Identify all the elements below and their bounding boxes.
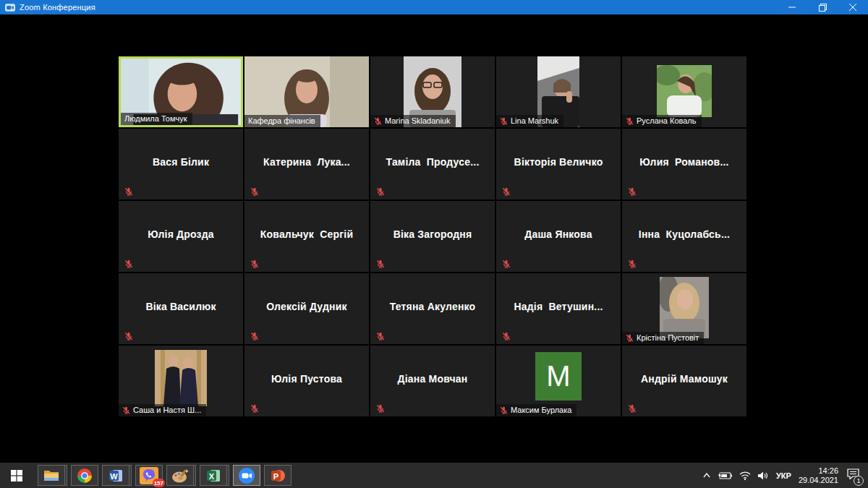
participant-name: Тетяна Акуленко [370,273,495,340]
mic-muted-icon [502,332,511,341]
participant-name: Андрій Мамошук [622,346,746,412]
taskbar-app-google-chrome[interactable] [71,465,98,486]
mic-muted-icon [376,332,385,341]
avatar-letter: M [535,352,582,401]
participant-photo [155,350,207,406]
close-button[interactable] [838,0,868,14]
mic-muted-icon [626,117,634,125]
mic-muted-icon [124,260,133,268]
powerpoint-icon: P [271,468,285,483]
mic-muted-icon [250,332,259,341]
taskbar-app-zoom[interactable] [233,465,260,486]
participant-tile[interactable]: Таміла Продусе... [370,129,495,200]
mic-muted-indicator [250,330,259,339]
minimize-button[interactable] [777,0,807,14]
participant-name: Ковальчук Сергій [244,201,369,267]
participant-name: Катерина Лука... [244,129,369,195]
participant-tile[interactable]: Тетяна Акуленко [370,273,495,344]
notification-badge: 1 [854,476,864,486]
tray-expand-chevron-icon[interactable] [703,473,710,478]
participant-tile[interactable]: Юлия Романов... [622,129,746,200]
participant-name: Віка Василюк [119,273,243,340]
paint-icon [171,468,189,483]
language-indicator[interactable]: УКР [776,471,791,480]
participant-name: Вася Білик [119,129,243,195]
participant-name: Marina Skladaniuk [385,116,451,125]
participant-name: Максим Бурлака [511,406,571,414]
participant-photo [657,65,712,117]
participant-tile[interactable]: Віка Загородня [370,201,495,272]
taskbar-app-viber[interactable]: 157 [135,465,163,486]
participant-tile[interactable]: Lina Marshuk [496,56,621,127]
mic-muted-indicator [502,186,511,194]
chrome-icon [77,468,92,483]
taskbar-app-ms-powerpoint[interactable]: P [264,465,292,486]
participant-name: Інна Куцолабсь... [622,201,746,267]
participant-name: Кафедра фінансів [248,116,315,125]
mic-muted-indicator [628,186,637,194]
participant-tile[interactable]: Юлія Пустова [244,346,369,416]
mic-muted-indicator [376,186,385,194]
participant-tile[interactable]: Крістіна Пустовіт [622,273,746,344]
start-button[interactable] [0,463,33,488]
mic-muted-indicator [628,403,637,411]
taskbar-app-file-explorer[interactable] [38,465,65,486]
taskbar: W 157 X P [0,463,868,488]
participant-tile[interactable]: Даша Янкова [496,201,621,272]
participant-tile[interactable]: Людмила Томчук [119,56,243,127]
participant-tile[interactable]: Вікторія Величко [496,129,621,200]
taskbar-app-ms-excel[interactable]: X [200,465,227,486]
mic-muted-icon [502,260,511,268]
zoom-app-icon [238,467,255,484]
battery-icon[interactable] [718,471,732,480]
participant-tile[interactable]: Надія Ветушин... [496,273,621,344]
participant-tile[interactable]: Андрій Мамошук [622,346,746,416]
wifi-icon[interactable] [739,471,751,480]
mic-muted-icon [122,406,130,414]
participant-name: Вікторія Величко [496,129,621,195]
mic-muted-icon [376,404,385,413]
participant-tile[interactable]: Катерина Лука... [244,129,369,200]
participant-name-label: Максим Бурлака [496,404,576,416]
mic-muted-indicator [502,258,511,267]
taskbar-app-ms-word[interactable]: W [102,465,129,486]
volume-icon[interactable] [758,471,769,480]
participant-name: Юлия Романов... [622,129,746,195]
participant-tile[interactable]: Юлія Дрозда [119,201,243,272]
mic-muted-indicator [376,403,385,411]
notification-badge: 157 [153,479,165,487]
word-icon: W [109,468,123,483]
taskbar-app-paint[interactable] [166,465,194,486]
participant-tile[interactable]: Вася Білик [119,129,243,200]
participant-name: Олексій Дудник [244,273,369,340]
clock[interactable]: 14:26 29.04.2021 [799,466,838,485]
mic-muted-icon [500,117,508,125]
mic-muted-indicator [250,403,259,411]
participant-tile[interactable]: Віка Василюк [119,273,243,344]
participant-name: Руслана Коваль [637,116,697,125]
participant-tile[interactable]: Олексій Дудник [244,273,369,344]
participant-tile[interactable]: Саша и Настя Ш... [119,346,243,416]
participant-name-label: Крістіна Пустовіт [622,332,704,344]
taskbar-apps: W 157 X P [38,465,292,486]
participant-tile[interactable]: Marina Skladaniuk [370,56,495,127]
participant-tile[interactable]: Інна Куцолабсь... [622,201,746,272]
participant-tile[interactable]: Руслана Коваль [622,56,746,127]
participant-tile[interactable]: Діана Мовчан [370,346,495,416]
action-center-button[interactable]: 1 [847,468,859,482]
mic-muted-indicator [628,258,637,267]
windows-logo-icon [11,470,22,481]
participant-tile[interactable]: Ковальчук Сергій [244,201,369,272]
participant-name: Lina Marshuk [511,116,558,125]
participant-tile[interactable]: Кафедра фінансів [244,56,369,127]
svg-text:X: X [209,471,215,480]
restore-button[interactable] [807,0,838,14]
participant-name: Діана Мовчан [370,346,495,412]
participant-name: Людмила Томчук [124,114,187,123]
mic-muted-icon [374,117,382,125]
participant-tile[interactable]: M Максим Бурлака [496,346,621,416]
mic-muted-indicator [376,258,385,267]
mic-muted-indicator [376,330,385,339]
mic-muted-indicator [124,258,133,267]
participant-name-label: Lina Marshuk [496,115,563,127]
